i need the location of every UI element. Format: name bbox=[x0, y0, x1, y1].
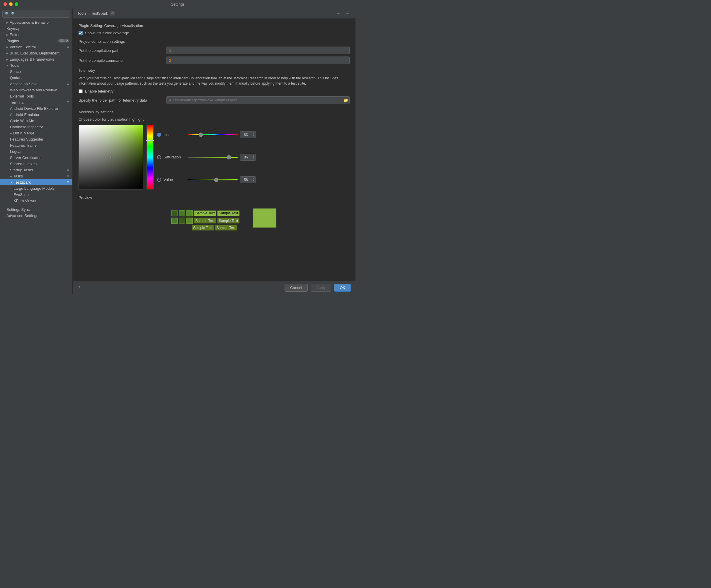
sidebar-item-appearance[interactable]: ▶ Appearance & Behavior bbox=[0, 19, 72, 25]
sidebar-item-label: Plugins bbox=[6, 39, 57, 43]
sidebar-item-advanced-settings[interactable]: Advanced Settings bbox=[0, 212, 72, 219]
hue-spinbox[interactable]: 83 ▲ ▼ bbox=[240, 131, 256, 138]
plugin-badge: ① ⚙ bbox=[58, 39, 69, 43]
collapse-arrow: ▶ bbox=[10, 175, 12, 178]
window-controls[interactable] bbox=[3, 2, 18, 6]
sidebar-item-tasks[interactable]: ▶ Tasks ⚙ bbox=[0, 173, 72, 179]
enable-telemetry-checkbox[interactable] bbox=[79, 89, 83, 93]
saturation-spinbox[interactable]: 86 ▲ ▼ bbox=[240, 154, 256, 161]
sidebar-item-shared-indexes[interactable]: Shared Indexes bbox=[0, 161, 72, 167]
sidebar-item-features-suggester[interactable]: Features Suggester bbox=[0, 136, 72, 142]
sidebar-item-testspark[interactable]: ▼ TestSpark ⚙ bbox=[0, 179, 72, 185]
sidebar-item-label: Editor bbox=[10, 32, 69, 37]
apply-button[interactable]: Apply bbox=[311, 284, 331, 292]
sidebar-item-label: Actions on Save bbox=[10, 82, 65, 86]
value-down-arrow[interactable]: ▼ bbox=[252, 180, 254, 182]
maximize-button[interactable] bbox=[15, 2, 18, 6]
sidebar-item-llm[interactable]: Large Language Models bbox=[0, 185, 72, 191]
value-spinbox[interactable]: 58 ▲ ▼ bbox=[240, 176, 256, 183]
breadcrumb-parent[interactable]: Tools bbox=[78, 11, 86, 16]
hue-slider[interactable] bbox=[188, 134, 238, 135]
sidebar-item-plugins[interactable]: Plugins ① ⚙ bbox=[0, 38, 72, 44]
telemetry-folder-row: Specify the folder path for telemetry da… bbox=[79, 96, 350, 104]
ok-button[interactable]: OK bbox=[334, 284, 351, 292]
back-button[interactable]: ← bbox=[335, 10, 342, 16]
sidebar-item-vcs[interactable]: ▶ Version Control ⚙ bbox=[0, 44, 72, 50]
sidebar-item-keymap[interactable]: Keymap bbox=[0, 25, 72, 31]
value-value-input[interactable]: 58 bbox=[241, 178, 250, 182]
saturation-slider[interactable] bbox=[188, 157, 238, 158]
sidebar-item-logcat[interactable]: Logcat bbox=[0, 149, 72, 155]
forward-button[interactable]: → bbox=[344, 10, 351, 16]
show-coverage-checkbox[interactable] bbox=[79, 31, 83, 35]
sidebar-item-features-trainer[interactable]: Features Trainer bbox=[0, 142, 72, 149]
hue-strip[interactable] bbox=[147, 125, 154, 189]
compilation-path-input[interactable] bbox=[167, 47, 350, 54]
minimize-button[interactable] bbox=[9, 2, 13, 6]
sidebar-item-space[interactable]: Space bbox=[0, 69, 72, 75]
sidebar-item-external-tools[interactable]: External Tools bbox=[0, 93, 72, 99]
collapse-arrow: ▼ bbox=[6, 64, 9, 67]
enable-telemetry-row: Enable telemetry bbox=[79, 89, 350, 93]
sidebar-item-code-with-me[interactable]: Code With Me bbox=[0, 118, 72, 124]
value-spin-arrows: ▲ ▼ bbox=[252, 178, 254, 182]
saturation-radio[interactable] bbox=[157, 155, 161, 159]
sidebar-item-label: Web Browsers and Preview bbox=[10, 88, 69, 92]
sidebar-item-editor[interactable]: ▶ Editor bbox=[0, 31, 72, 38]
preview-row-1: Sample Text Sample Text bbox=[171, 210, 240, 217]
sidebar-item-label: Server Certificates bbox=[10, 156, 69, 160]
saturation-down-arrow[interactable]: ▼ bbox=[252, 157, 254, 160]
accessibility-title: Accessibility settings bbox=[79, 110, 350, 114]
sidebar-item-languages[interactable]: ▶ Languages & Frameworks bbox=[0, 56, 72, 62]
sidebar-item-web-browsers[interactable]: Web Browsers and Preview bbox=[0, 87, 72, 93]
sidebar-item-diff-merge[interactable]: ▶ Diff & Merge bbox=[0, 130, 72, 136]
plugin-count: ① bbox=[60, 39, 64, 43]
cancel-button[interactable]: Cancel bbox=[285, 284, 307, 292]
sidebar-item-startup-tasks[interactable]: Startup Tasks ⚙ bbox=[0, 167, 72, 173]
telemetry-folder-input[interactable] bbox=[167, 97, 342, 104]
hue-spin-arrows: ▲ ▼ bbox=[252, 132, 254, 137]
coverage-box bbox=[171, 218, 178, 224]
sidebar-item-label: TestSpark bbox=[14, 180, 65, 184]
saturation-value-input[interactable]: 86 bbox=[241, 155, 250, 159]
compile-command-label: Put the compile command: bbox=[79, 58, 164, 63]
saturation-label: Saturation bbox=[164, 155, 186, 159]
sidebar-item-label: Qodana bbox=[10, 75, 69, 80]
sidebar-item-label: Space bbox=[10, 69, 69, 74]
breadcrumb: Tools › TestSpark ⚙ bbox=[78, 11, 115, 16]
collapse-arrow: ▶ bbox=[6, 21, 8, 24]
sidebar-item-android-device[interactable]: Android Device File Explorer bbox=[0, 106, 72, 112]
sidebar-item-tools[interactable]: ▼ Tools bbox=[0, 62, 72, 69]
compile-command-input[interactable] bbox=[167, 56, 350, 64]
folder-browse-button[interactable]: 📁 bbox=[342, 97, 349, 104]
sidebar-item-label: Shared Indexes bbox=[10, 162, 69, 166]
enable-telemetry-label[interactable]: Enable telemetry bbox=[85, 89, 114, 93]
sidebar-item-label: Startup Tasks bbox=[10, 168, 65, 172]
hue-value-input[interactable]: 83 bbox=[241, 133, 250, 137]
color-gradient-picker[interactable]: + bbox=[79, 125, 143, 189]
sidebar-item-settings-sync[interactable]: Settings Sync bbox=[0, 206, 72, 212]
sidebar-item-actions-on-save[interactable]: Actions on Save ⚙ bbox=[0, 81, 72, 87]
search-box[interactable]: 🔍 bbox=[2, 10, 70, 18]
sidebar-item-evosuite[interactable]: EvoSuite bbox=[0, 191, 72, 198]
sidebar-item-server-certs[interactable]: Server Certificates bbox=[0, 155, 72, 161]
preview-highlight-block bbox=[253, 208, 276, 228]
close-button[interactable] bbox=[3, 2, 7, 6]
sidebar-item-xpath-viewer[interactable]: XPath Viewer bbox=[0, 198, 72, 204]
settings-body: Plugin Setting: Coverage Visualisation S… bbox=[73, 19, 356, 281]
scroll-to-icon[interactable]: ⚙ bbox=[110, 11, 115, 16]
breadcrumb-separator: › bbox=[88, 11, 89, 16]
sidebar-item-qodana[interactable]: Qodana bbox=[0, 75, 72, 81]
hue-down-arrow[interactable]: ▼ bbox=[252, 135, 254, 137]
value-slider[interactable] bbox=[188, 179, 238, 180]
help-button[interactable]: ? bbox=[78, 285, 80, 291]
sidebar-item-terminal[interactable]: Terminal ⚙ bbox=[0, 99, 72, 106]
sidebar-item-build[interactable]: ▶ Build, Execution, Deployment bbox=[0, 50, 72, 56]
sidebar-item-label: External Tools bbox=[10, 94, 69, 98]
show-coverage-label[interactable]: Show visualised coverage bbox=[85, 31, 129, 35]
sidebar-item-android-emulator[interactable]: Android Emulator bbox=[0, 112, 72, 118]
search-input[interactable] bbox=[11, 12, 67, 16]
sidebar-item-database-inspector[interactable]: Database Inspector bbox=[0, 124, 72, 130]
value-radio[interactable] bbox=[157, 178, 161, 182]
hue-radio[interactable] bbox=[157, 133, 161, 137]
